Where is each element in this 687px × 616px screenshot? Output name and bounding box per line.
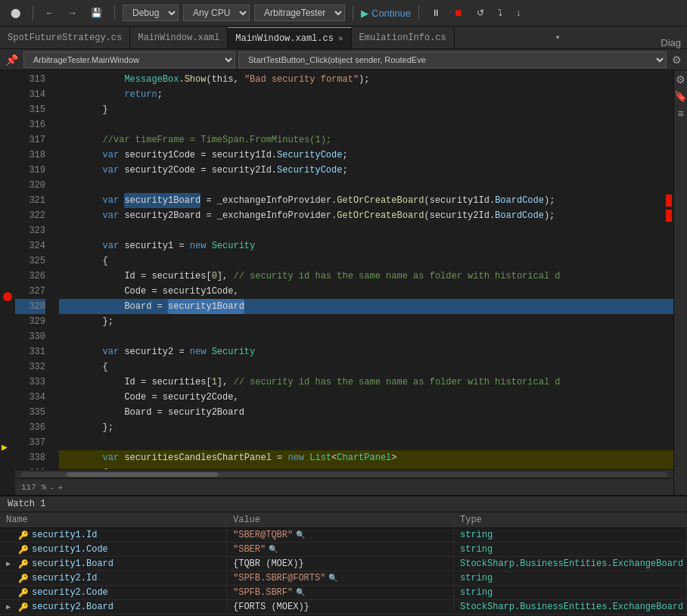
debug-mode-dropdown[interactable]: Debug <box>123 5 179 21</box>
save-btn[interactable]: 💾 <box>86 6 107 20</box>
code-line-322: var security2Board = _exchangeInfoProvid… <box>59 208 673 223</box>
watch-name-3: security2.Id <box>32 573 97 583</box>
forward-btn[interactable]: → <box>64 6 82 20</box>
watch-icon-1: 🔑 <box>18 545 29 555</box>
linenum-314: 314 <box>15 87 45 102</box>
save-icon: 💾 <box>91 8 102 18</box>
settings-btn[interactable]: ⚙ <box>670 54 684 66</box>
class-dropdown[interactable]: ArbitrageTester.MainWindow <box>23 51 235 68</box>
watch-icon-5: 🔑 <box>18 602 29 612</box>
watch-header: Name Value Type <box>0 512 687 528</box>
stop-btn[interactable]: ⏹ <box>449 6 468 20</box>
code-area[interactable]: 313 314 315 316 317 318 319 320 321 322 … <box>15 70 673 469</box>
h-scroll-track[interactable] <box>21 472 667 477</box>
linenum-334: 334 <box>15 390 45 405</box>
watch-search-0[interactable]: 🔍 <box>296 530 305 540</box>
watch-row-2[interactable]: ▶ 🔑 security1.Board {TQBR (MOEX)} StockS… <box>0 557 687 571</box>
watch-cell-value-2: {TQBR (MOEX)} <box>227 557 454 571</box>
continue-label: Continue <box>371 8 411 19</box>
watch-cell-value-0: "SBER@TQBR" 🔍 <box>227 528 454 542</box>
restart-btn[interactable]: ↺ <box>472 6 489 20</box>
watch-cell-name-1: 🔑 security1.Code <box>0 543 227 556</box>
watch-icon-0: 🔑 <box>18 530 29 540</box>
breakpoint-line329[interactable] <box>3 292 12 301</box>
watch-type-1: string <box>460 544 493 555</box>
tab-mainwindow-xaml-cs-label: MainWindow.xaml.cs <box>235 33 334 44</box>
toolbar: ⬤ ← → 💾 Debug Any CPU ArbitrageTester ▶ … <box>0 0 687 26</box>
watch-row-4[interactable]: 🔑 security2.Code "SPFB.SBRF" 🔍 string <box>0 586 687 600</box>
code-line-333: Id = securities[1], // security id has t… <box>59 375 673 390</box>
code-line-313: MessageBox.Show(this, "Bad security form… <box>59 72 673 87</box>
tab-mainwindow-xaml-label: MainWindow.xaml <box>138 33 219 43</box>
cpu-dropdown[interactable]: Any CPU <box>183 5 250 21</box>
right-panel-settings-btn[interactable]: ⚙ <box>676 73 685 86</box>
watch-type-5: StockSharp.BusinessEntities.ExchangeBoar… <box>460 602 683 612</box>
watch-search-4[interactable]: 🔍 <box>296 588 305 597</box>
linenum-321: 321 <box>15 193 45 208</box>
horizontal-scrollbar[interactable] <box>15 469 673 478</box>
linenum-326: 326 <box>15 269 45 284</box>
code-line-323 <box>59 223 673 238</box>
forward-icon: → <box>68 8 77 18</box>
diag-button[interactable]: Diag <box>661 37 681 48</box>
line-numbers: 313 314 315 316 317 318 319 320 321 322 … <box>15 70 53 469</box>
watch-icon-4: 🔑 <box>18 588 29 598</box>
step-over-btn[interactable]: ⤵ <box>493 6 507 20</box>
zoom-decrease-btn[interactable]: - <box>51 483 54 492</box>
code-line-324: var security1 = new Security <box>59 238 673 254</box>
code-lines[interactable]: MessageBox.Show(this, "Bad security form… <box>53 70 673 469</box>
pause-btn[interactable]: ⏸ <box>427 6 445 20</box>
watch-type-3: string <box>460 573 493 583</box>
project-dropdown[interactable]: ArbitrageTester <box>254 5 345 21</box>
tab-mainwindow-xaml[interactable]: MainWindow.xaml <box>130 27 228 48</box>
code-line-317: //var timeFrame = TimeSpan.FromMinutes(1… <box>59 132 673 148</box>
code-line-315: } <box>59 102 673 117</box>
watch-name-1: security1.Code <box>32 544 108 555</box>
watch-row-3[interactable]: 🔑 security2.Id "SPFB.SBRF@FORTS" 🔍 strin… <box>0 571 687 586</box>
method-dropdown[interactable]: StartTestButton_Click(object sender, Rou… <box>238 51 667 68</box>
code-line-327: Code = security1Code, <box>59 284 673 299</box>
watch-expand-5[interactable]: ▶ <box>6 602 15 611</box>
watch-cell-value-5: {FORTS (MOEX)} <box>227 600 454 614</box>
watch-value-3: "SPFB.SBRF@FORTS" <box>233 573 325 583</box>
linenum-327: 327 <box>15 284 45 299</box>
watch-row-1[interactable]: 🔑 security1.Code "SBER" 🔍 string <box>0 543 687 557</box>
separator-3 <box>353 5 353 20</box>
watch-title: Watch 1 <box>0 496 687 512</box>
code-line-326: Id = securities[0], // security id has t… <box>59 269 673 284</box>
watch-row-5[interactable]: ▶ 🔑 security2.Board {FORTS (MOEX)} Stock… <box>0 600 687 614</box>
h-scroll-thumb[interactable] <box>67 472 218 477</box>
tab-mainwindow-xaml-cs[interactable]: MainWindow.xaml.cs ✕ <box>228 27 351 48</box>
right-panel: ⚙ 🔖 ≡ <box>673 70 687 495</box>
code-line-329: }; <box>59 314 673 329</box>
debug-icon: ⬤ <box>11 8 20 18</box>
step-into-btn[interactable]: ↓ <box>511 6 525 20</box>
continue-play-icon: ▶ <box>361 8 368 19</box>
bookmark-icon[interactable]: 🔖 <box>674 90 687 103</box>
watch-table: Name Value Type 🔑 security1.Id "SBER@TQB… <box>0 512 687 616</box>
watch-row-0[interactable]: 🔑 security1.Id "SBER@TQBR" 🔍 string <box>0 528 687 543</box>
zoom-increase-btn[interactable]: + <box>58 483 63 492</box>
pin-btn[interactable]: 📌 <box>3 54 20 66</box>
tab-emulationinfo[interactable]: EmulationInfo.cs <box>352 27 455 48</box>
watch-search-1[interactable]: 🔍 <box>269 545 278 554</box>
linenum-335: 335 <box>15 405 45 420</box>
tab-overflow-btn[interactable]: ▾ <box>549 32 566 43</box>
code-line-332: { <box>59 359 673 375</box>
watch-cell-name-5: ▶ 🔑 security2.Board <box>0 600 227 614</box>
watch-cell-type-4: string <box>454 586 687 599</box>
watch-expand-2[interactable]: ▶ <box>6 559 15 568</box>
linenum-337: 337 <box>15 435 45 450</box>
tab-close-icon[interactable]: ✕ <box>338 33 344 43</box>
linenum-324: 324 <box>15 238 45 254</box>
debug-location-btn[interactable]: ⬤ <box>6 6 25 20</box>
continue-button[interactable]: ▶ Continue <box>361 8 411 19</box>
watch-name-2: security1.Board <box>32 558 113 569</box>
tab-spotfuture[interactable]: SpotFutureStrategy.cs <box>0 27 130 48</box>
watch-cell-value-4: "SPFB.SBRF" 🔍 <box>227 586 454 599</box>
back-btn[interactable]: ← <box>41 6 59 20</box>
watch-cell-value-3: "SPFB.SBRF@FORTS" 🔍 <box>227 571 454 585</box>
watch-search-3[interactable]: 🔍 <box>328 574 337 583</box>
right-panel-btn2[interactable]: ≡ <box>677 107 683 120</box>
code-line-328: Board = security1Board <box>59 299 673 314</box>
